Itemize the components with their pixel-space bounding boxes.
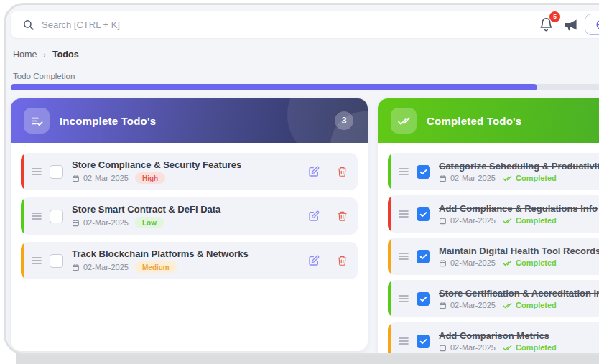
language-button[interactable] — [585, 14, 599, 35]
checkmark-icon — [419, 167, 428, 177]
megaphone-icon — [564, 18, 579, 32]
calendar-icon — [72, 174, 80, 182]
calendar-icon — [439, 302, 447, 309]
drag-handle-icon[interactable] — [399, 337, 409, 345]
completed-status-label: Completed — [516, 343, 557, 352]
completed-status-label: Completed — [516, 301, 557, 309]
completed-status: Completed — [503, 301, 557, 310]
todo-meta: Store Smart Contract & DeFi Data 02-Mar-… — [72, 204, 220, 228]
todo-meta: Add Comparison Metrics 02-Mar-2025 Compl… — [439, 330, 557, 353]
todo-meta: Store Compliance & Security Features 02-… — [72, 159, 241, 184]
todo-meta: Add Compliance & Regulations Info 02-Mar… — [439, 203, 598, 225]
drag-handle-icon[interactable] — [399, 294, 409, 303]
todo-meta: Maintain Digital Health Tool Records 02-… — [439, 246, 599, 268]
todo-checkbox-checked[interactable] — [417, 207, 430, 221]
incomplete-todos-title: Incomplete Todo's — [60, 115, 156, 127]
trash-icon — [337, 255, 348, 266]
todo-meta: Track Blockchain Platforms & Networks 02… — [72, 248, 249, 273]
todo-date: 02-Mar-2025 — [450, 343, 496, 352]
edit-button[interactable] — [308, 255, 320, 266]
todo-date: 02-Mar-2025 — [450, 301, 496, 309]
calendar-icon — [439, 217, 447, 225]
edit-button[interactable] — [308, 210, 320, 222]
breadcrumb: Home › Todos — [13, 50, 79, 60]
double-check-icon — [503, 343, 512, 353]
calendar-icon — [72, 263, 80, 271]
incomplete-todos-card: Incomplete Todo's 3 Store Compliance & S… — [11, 98, 368, 351]
search-bar: 5 — [11, 11, 599, 38]
delete-button[interactable] — [337, 210, 348, 222]
drag-handle-icon[interactable] — [32, 212, 42, 220]
announcements-button[interactable] — [564, 18, 579, 32]
todo-checkbox-checked[interactable] — [417, 335, 430, 348]
todo-item: Track Blockchain Platforms & Networks 02… — [21, 242, 358, 279]
drag-handle-icon[interactable] — [399, 252, 409, 261]
checkmark-icon — [419, 294, 428, 304]
progress-label: Todo Completion — [13, 72, 75, 80]
checkmark-icon — [419, 337, 428, 346]
todo-checkbox-checked[interactable] — [417, 165, 430, 179]
double-check-icon — [391, 108, 417, 134]
search-icon — [22, 19, 34, 31]
list-check-icon — [24, 108, 50, 134]
notification-count-badge: 5 — [549, 11, 560, 22]
completed-status: Completed — [503, 258, 557, 268]
priority-badge: Medium — [135, 261, 177, 273]
double-check-icon — [503, 174, 512, 183]
todo-checkbox[interactable] — [50, 254, 63, 268]
edit-button[interactable] — [308, 166, 320, 177]
drag-handle-icon[interactable] — [32, 167, 42, 176]
progress-bar-fill — [11, 84, 537, 90]
todo-title: Categorize Scheduling & Productivity App… — [439, 161, 599, 172]
completed-status-label: Completed — [516, 258, 557, 267]
completed-status: Completed — [503, 216, 557, 225]
delete-button[interactable] — [337, 166, 348, 177]
todo-item: Store Certification & Accreditation Info… — [388, 280, 599, 317]
completed-status-label: Completed — [516, 174, 557, 182]
todo-title: Store Smart Contract & DeFi Data — [72, 204, 220, 215]
incomplete-todos-list: Store Compliance & Security Features 02-… — [11, 143, 368, 279]
todo-checkbox[interactable] — [50, 210, 63, 223]
todo-meta: Store Certification & Accreditation Info… — [439, 288, 599, 310]
todo-date: 02-Mar-2025 — [83, 218, 129, 227]
todo-item: Store Smart Contract & DeFi Data 02-Mar-… — [21, 197, 358, 235]
todo-date: 02-Mar-2025 — [83, 263, 129, 271]
todo-title: Store Certification & Accreditation Info — [439, 288, 599, 299]
edit-icon — [308, 166, 320, 177]
cards-row: Incomplete Todo's 3 Store Compliance & S… — [11, 98, 599, 355]
breadcrumb-home[interactable]: Home — [13, 50, 37, 60]
priority-accent-bar — [21, 242, 24, 279]
delete-button[interactable] — [337, 255, 348, 266]
double-check-icon — [503, 301, 512, 310]
priority-accent-bar — [21, 153, 24, 190]
trash-icon — [337, 166, 348, 177]
incomplete-todos-header: Incomplete Todo's 3 — [11, 98, 368, 143]
priority-badge: Low — [135, 217, 164, 228]
completed-todos-list: Categorize Scheduling & Productivity App… — [378, 143, 599, 355]
completed-status: Completed — [503, 343, 557, 353]
drag-handle-icon[interactable] — [399, 210, 409, 218]
priority-badge: High — [135, 172, 165, 184]
todo-date: 02-Mar-2025 — [450, 174, 496, 182]
drag-handle-icon[interactable] — [399, 167, 409, 176]
todo-date: 02-Mar-2025 — [450, 216, 496, 225]
search-input[interactable] — [42, 19, 539, 30]
todo-item: Categorize Scheduling & Productivity App… — [388, 153, 599, 190]
todo-checkbox-checked[interactable] — [417, 250, 430, 263]
progress-bar-track — [11, 84, 599, 90]
todo-date: 02-Mar-2025 — [83, 174, 129, 182]
drag-handle-icon[interactable] — [32, 256, 42, 265]
notifications-button[interactable]: 5 — [539, 17, 554, 32]
checkmark-icon — [419, 210, 428, 219]
double-check-icon — [503, 258, 512, 268]
completed-todos-title: Completed Todo's — [427, 115, 521, 127]
todo-checkbox-checked[interactable] — [417, 292, 430, 306]
todo-title: Store Compliance & Security Features — [72, 159, 241, 170]
todo-title: Add Compliance & Regulations Info — [439, 203, 598, 214]
todo-meta: Categorize Scheduling & Productivity App… — [439, 161, 599, 183]
completed-todos-card: Completed Todo's Categorize Scheduling &… — [378, 98, 599, 355]
todo-title: Track Blockchain Platforms & Networks — [72, 248, 249, 259]
trash-icon — [337, 210, 348, 222]
todo-checkbox[interactable] — [50, 165, 63, 179]
completed-status: Completed — [503, 174, 557, 183]
